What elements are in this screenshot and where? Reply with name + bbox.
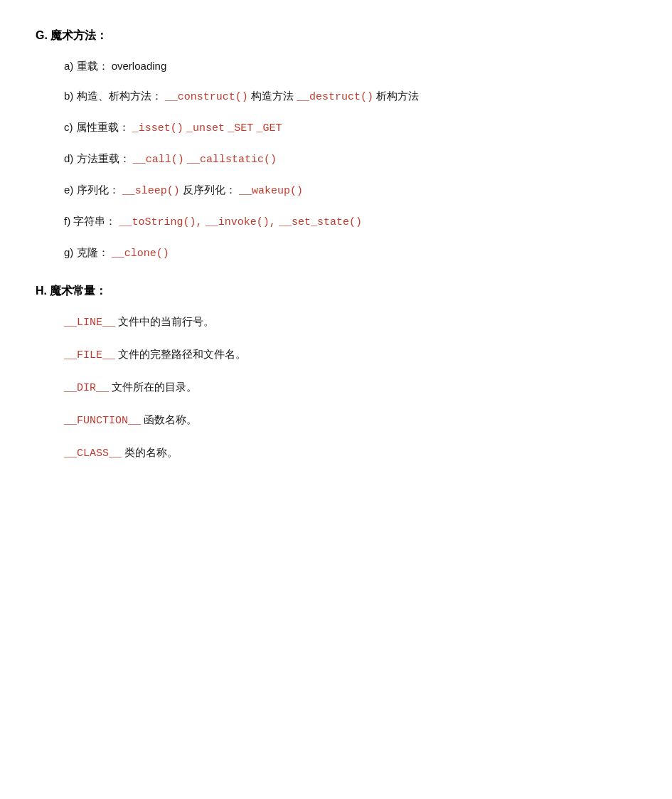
constant-line-desc: 文件中的当前行号。 bbox=[118, 315, 214, 327]
constant-class-desc: 类的名称。 bbox=[124, 446, 178, 458]
item-e: e) 序列化： __sleep() 反序列化： __wakeup() bbox=[36, 181, 636, 200]
item-g-label: g) 克隆： bbox=[64, 246, 109, 258]
section-g: G. 魔术方法： a) 重载： overloading b) 构造、析构方法： … bbox=[36, 28, 636, 263]
item-b-code1: __construct() bbox=[165, 91, 248, 103]
item-b-label: b) 构造、析构方法： bbox=[64, 90, 162, 102]
constant-dir-desc: 文件所在的目录。 bbox=[112, 381, 197, 393]
item-g-code1: __clone() bbox=[112, 248, 169, 260]
item-e-code1: __sleep() bbox=[122, 185, 180, 197]
item-a-label: a) 重载： bbox=[64, 60, 109, 72]
constant-class-name: __CLASS__ bbox=[64, 448, 122, 460]
item-b-desc2: 析构方法 bbox=[376, 90, 419, 102]
item-c-code1: _isset() bbox=[132, 122, 183, 134]
section-h: H. 魔术常量： __LINE__ 文件中的当前行号。 __FILE__ 文件的… bbox=[36, 284, 636, 462]
section-g-title: G. 魔术方法： bbox=[36, 29, 107, 41]
item-c: c) 属性重载： _isset() _unset _SET _GET bbox=[36, 119, 636, 137]
constant-file-name: __FILE__ bbox=[64, 349, 115, 361]
item-a: a) 重载： overloading bbox=[36, 58, 636, 75]
item-d-code1: __call() bbox=[133, 154, 184, 166]
constant-function-name: __FUNCTION__ bbox=[64, 415, 141, 427]
constant-function: __FUNCTION__ 函数名称。 bbox=[36, 411, 636, 430]
item-f: f) 字符串： __toString(), __invoke(), __set_… bbox=[36, 213, 636, 231]
constant-file-desc: 文件的完整路径和文件名。 bbox=[118, 348, 246, 360]
item-c-label: c) 属性重载： bbox=[64, 121, 129, 133]
item-g: g) 克隆： __clone() bbox=[36, 244, 636, 263]
item-e-code2: __wakeup() bbox=[239, 185, 303, 197]
constant-dir-name: __DIR__ bbox=[64, 382, 109, 394]
item-b-desc1: 构造方法 bbox=[251, 90, 294, 102]
item-f-code3: __set_state() bbox=[279, 216, 362, 228]
section-g-header: G. 魔术方法： bbox=[36, 28, 636, 43]
constant-line: __LINE__ 文件中的当前行号。 bbox=[36, 313, 636, 332]
item-d: d) 方法重载： __call() __callstatic() bbox=[36, 150, 636, 169]
item-b: b) 构造、析构方法： __construct() 构造方法 __destruc… bbox=[36, 88, 636, 106]
item-b-code2: __destruct() bbox=[297, 91, 373, 103]
constant-function-desc: 函数名称。 bbox=[144, 413, 197, 425]
item-f-label: f) 字符串： bbox=[64, 215, 116, 227]
item-c-code3: _SET bbox=[228, 122, 253, 134]
section-h-title: H. 魔术常量： bbox=[36, 285, 107, 297]
constant-class: __CLASS__ 类的名称。 bbox=[36, 444, 636, 462]
item-d-label: d) 方法重载： bbox=[64, 152, 130, 164]
section-h-header: H. 魔术常量： bbox=[36, 284, 636, 299]
item-c-code4: _GET bbox=[256, 122, 282, 134]
item-f-code2: __invoke(), bbox=[206, 216, 276, 228]
constant-dir: __DIR__ 文件所在的目录。 bbox=[36, 379, 636, 397]
constant-line-name: __LINE__ bbox=[64, 317, 115, 329]
item-d-code2: __callstatic() bbox=[187, 154, 277, 166]
item-e-mid: 反序列化： bbox=[183, 184, 236, 196]
item-a-content: overloading bbox=[112, 60, 167, 72]
item-c-code2: _unset bbox=[186, 122, 225, 134]
constant-file: __FILE__ 文件的完整路径和文件名。 bbox=[36, 346, 636, 364]
item-f-code1: __toString(), bbox=[119, 216, 203, 228]
item-e-label: e) 序列化： bbox=[64, 184, 119, 196]
